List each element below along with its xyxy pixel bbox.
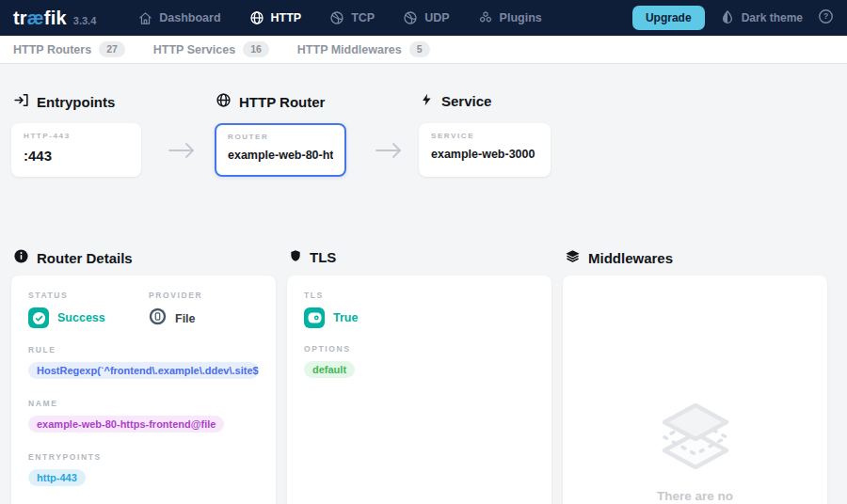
nav-item-tcp[interactable]: TCP bbox=[315, 0, 389, 36]
question-mark-icon: ? bbox=[818, 8, 834, 28]
dark-theme-toggle[interactable]: Dark theme bbox=[720, 9, 803, 27]
service-card[interactable]: SERVICE example-web-3000 bbox=[419, 123, 551, 177]
service-card-label: SERVICE bbox=[431, 132, 538, 140]
success-check-icon bbox=[28, 307, 49, 328]
nav-item-label: HTTP bbox=[271, 11, 302, 24]
home-icon bbox=[138, 11, 152, 25]
router-details-heading-label: Router Details bbox=[37, 250, 133, 266]
shield-icon bbox=[289, 248, 302, 266]
theme-toggle-label: Dark theme bbox=[742, 11, 803, 24]
service-heading: Service bbox=[420, 92, 491, 110]
nav-item-label: Dashboard bbox=[159, 11, 220, 24]
entrypoint-card-value: :443 bbox=[24, 148, 129, 164]
tab-http-services[interactable]: HTTP Services 16 bbox=[153, 41, 269, 57]
nav-item-udp[interactable]: UDP bbox=[389, 0, 463, 36]
router-card-label: ROUTER bbox=[228, 133, 333, 141]
subtab-label: HTTP Routers bbox=[13, 43, 91, 56]
http-router-heading-label: HTTP Router bbox=[239, 94, 325, 110]
nav-item-dashboard[interactable]: Dashboard bbox=[124, 0, 234, 36]
http-router-heading: HTTP Router bbox=[216, 92, 325, 111]
rule-label: RULE bbox=[28, 345, 259, 354]
services-count-badge: 16 bbox=[243, 41, 269, 57]
status-label: STATUS bbox=[28, 291, 149, 300]
layers-icon bbox=[565, 248, 581, 267]
rule-field: RULE HostRegexp(`^frontend\.example\.dde… bbox=[28, 345, 259, 383]
main-nav: Dashboard HTTP TCP UDP Plugins bbox=[124, 0, 556, 36]
middlewares-heading: Middlewares bbox=[565, 248, 673, 267]
subtab-label: HTTP Middlewares bbox=[297, 43, 402, 56]
entrypoints-heading-label: Entrypoints bbox=[37, 94, 115, 110]
globe-icon bbox=[216, 92, 232, 111]
traefik-logo[interactable]: træfik 3.3.4 bbox=[13, 8, 96, 29]
tls-field: TLS True bbox=[304, 291, 535, 328]
tls-value: True bbox=[333, 311, 358, 324]
logo-text: fik bbox=[44, 8, 67, 29]
lightning-bolt-icon bbox=[420, 92, 434, 110]
nav-item-label: TCP bbox=[351, 11, 375, 24]
entrypoints-label: ENTRYPOINTS bbox=[28, 452, 259, 462]
router-details-panel: STATUS Success PROVIDER File RULE HostRe… bbox=[11, 276, 276, 504]
middlewares-heading-label: Middlewares bbox=[588, 250, 673, 266]
file-provider-icon bbox=[149, 307, 167, 329]
name-field: NAME example-web-80-https-frontend@file bbox=[28, 399, 259, 436]
sphere-icon bbox=[329, 10, 344, 25]
tls-label: TLS bbox=[304, 291, 535, 300]
logo-text-accent: æ bbox=[27, 8, 44, 29]
nav-item-label: Plugins bbox=[500, 11, 542, 24]
options-label: OPTIONS bbox=[304, 344, 535, 354]
router-card-value: example-web-80-https... bbox=[228, 149, 333, 162]
svg-text:?: ? bbox=[823, 11, 828, 21]
provider-label: PROVIDER bbox=[149, 291, 202, 300]
subtab-label: HTTP Services bbox=[153, 43, 235, 56]
middlewares-panel: There are no Middlewares configured bbox=[563, 276, 827, 504]
version-label: 3.3.4 bbox=[73, 15, 96, 26]
status-field: STATUS Success bbox=[28, 291, 149, 329]
globe-icon bbox=[249, 10, 264, 25]
router-details-heading: Router Details bbox=[13, 248, 133, 267]
name-label: NAME bbox=[28, 399, 259, 408]
flow-arrow-icon bbox=[375, 138, 403, 166]
tls-enabled-icon bbox=[304, 307, 325, 328]
tls-options-field: OPTIONS default bbox=[304, 344, 535, 382]
upgrade-button[interactable]: Upgrade bbox=[632, 6, 705, 30]
empty-layers-illustration-icon bbox=[653, 402, 738, 473]
rule-value-pill[interactable]: HostRegexp(`^frontend\.example\.ddev\.si… bbox=[28, 362, 259, 379]
entrypoints-field: ENTRYPOINTS http-443 bbox=[28, 452, 259, 490]
tls-heading: TLS bbox=[289, 248, 336, 266]
options-value-pill[interactable]: default bbox=[304, 361, 355, 378]
name-value-pill[interactable]: example-web-80-https-frontend@file bbox=[28, 416, 224, 433]
tab-http-middlewares[interactable]: HTTP Middlewares 5 bbox=[297, 41, 430, 57]
info-icon bbox=[13, 248, 29, 267]
entrypoints-heading: Entrypoints bbox=[13, 92, 115, 111]
flow-arrow-icon bbox=[168, 138, 196, 166]
sphere-icon bbox=[403, 10, 418, 25]
navbar-right: Upgrade Dark theme ? bbox=[632, 6, 834, 30]
logo-text: tr bbox=[13, 8, 27, 29]
nav-item-plugins[interactable]: Plugins bbox=[464, 0, 556, 36]
provider-value: File bbox=[175, 312, 196, 325]
router-card[interactable]: ROUTER example-web-80-https... bbox=[215, 123, 346, 177]
middlewares-empty-state: There are no Middlewares configured bbox=[580, 402, 810, 504]
tls-heading-label: TLS bbox=[310, 249, 336, 265]
entrypoint-card-label: HTTP-443 bbox=[24, 132, 129, 140]
routers-count-badge: 27 bbox=[99, 41, 125, 57]
top-navbar: træfik 3.3.4 Dashboard HTTP TCP UDP bbox=[0, 0, 847, 36]
contrast-droplet-icon bbox=[720, 9, 735, 27]
empty-state-text: There are no Middlewares configured bbox=[622, 488, 768, 504]
status-provider-row: STATUS Success PROVIDER File bbox=[28, 291, 259, 329]
service-heading-label: Service bbox=[441, 93, 491, 109]
nav-item-http[interactable]: HTTP bbox=[235, 0, 316, 36]
tls-panel: TLS True OPTIONS default bbox=[287, 276, 551, 504]
status-value: Success bbox=[57, 311, 105, 324]
provider-field: PROVIDER File bbox=[149, 291, 202, 329]
nav-item-label: UDP bbox=[424, 11, 449, 24]
service-card-value: example-web-3000 bbox=[431, 148, 538, 161]
plugins-icon bbox=[478, 10, 493, 25]
entrypoint-card[interactable]: HTTP-443 :443 bbox=[11, 123, 141, 177]
http-subnav: HTTP Routers 27 HTTP Services 16 HTTP Mi… bbox=[0, 36, 847, 64]
empty-state-line1: There are no bbox=[622, 488, 768, 504]
tab-http-routers[interactable]: HTTP Routers 27 bbox=[13, 41, 125, 57]
entrypoint-value-pill[interactable]: http-443 bbox=[28, 469, 86, 486]
middlewares-count-badge: 5 bbox=[409, 41, 430, 57]
help-button[interactable]: ? bbox=[818, 8, 834, 28]
